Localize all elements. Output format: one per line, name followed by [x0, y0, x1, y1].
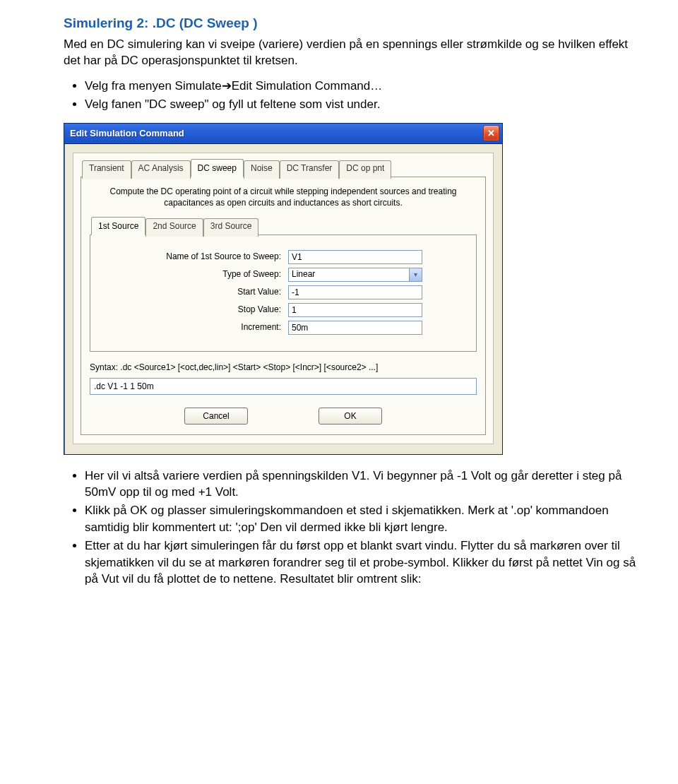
sweep-type-value: Linear [292, 268, 315, 280]
tab-transient[interactable]: Transient [82, 160, 131, 179]
close-icon: ✕ [487, 127, 495, 140]
syntax-hint: Syntax: .dc <Source1> [<oct,dec,lin>] <S… [90, 362, 477, 374]
tab-3rd-source[interactable]: 3rd Source [203, 218, 259, 237]
analysis-tabs: Transient AC Analysis DC sweep Noise DC … [81, 159, 486, 177]
sweep-type-label: Type of Sweep: [97, 268, 288, 280]
tab-noise[interactable]: Noise [244, 160, 280, 179]
list-item: Velg fra menyen Simulate➔Edit Simulation… [85, 78, 639, 95]
edit-simulation-dialog: Edit Simulation Command ✕ Transient AC A… [64, 123, 503, 455]
source-name-label: Name of 1st Source to Sweep: [97, 251, 288, 263]
ok-button[interactable]: OK [319, 408, 382, 424]
source-tabs: 1st Source 2nd Source 3rd Source [90, 217, 477, 235]
cancel-button[interactable]: Cancel [184, 408, 248, 424]
dialog-title: Edit Simulation Command [70, 127, 184, 140]
source-name-input[interactable] [288, 250, 422, 264]
chevron-down-icon: ▾ [409, 268, 422, 281]
command-preview[interactable]: .dc V1 -1 1 50m [90, 378, 477, 395]
post-dialog-list: Her vil vi altså variere verdien på spen… [64, 468, 639, 588]
list-item: Her vil vi altså variere verdien på spen… [85, 468, 639, 501]
increment-label: Increment: [97, 321, 288, 333]
tab-ac-analysis[interactable]: AC Analysis [131, 160, 191, 179]
close-button[interactable]: ✕ [483, 125, 499, 141]
tab-2nd-source[interactable]: 2nd Source [145, 218, 203, 237]
start-value-label: Start Value: [97, 286, 288, 298]
intro-paragraph: Med en DC simulering kan vi sveipe (vari… [64, 36, 639, 70]
stop-value-label: Stop Value: [97, 304, 288, 316]
stop-value-input[interactable] [288, 303, 422, 317]
tab-dc-op-pnt[interactable]: DC op pnt [339, 160, 391, 179]
sweep-type-combo[interactable]: Linear ▾ [288, 268, 422, 282]
tab-dc-transfer[interactable]: DC Transfer [280, 160, 340, 179]
increment-input[interactable] [288, 321, 422, 335]
pre-dialog-list: Velg fra menyen Simulate➔Edit Simulation… [64, 78, 639, 113]
tab-1st-source[interactable]: 1st Source [91, 217, 145, 235]
list-item: Klikk på OK og plasser simuleringskomman… [85, 502, 639, 536]
tab-description: Compute the DC operating point of a circ… [90, 184, 477, 215]
tab-dc-sweep[interactable]: DC sweep [191, 159, 244, 177]
doc-heading: Simulering 2: .DC (DC Sweep ) [64, 14, 639, 33]
list-item: Velg fanen "DC sweep" og fyll ut feltene… [85, 96, 639, 113]
dialog-titlebar: Edit Simulation Command ✕ [64, 124, 502, 144]
start-value-input[interactable] [288, 285, 422, 299]
list-item: Etter at du har kjørt simuleringen får d… [85, 537, 639, 588]
